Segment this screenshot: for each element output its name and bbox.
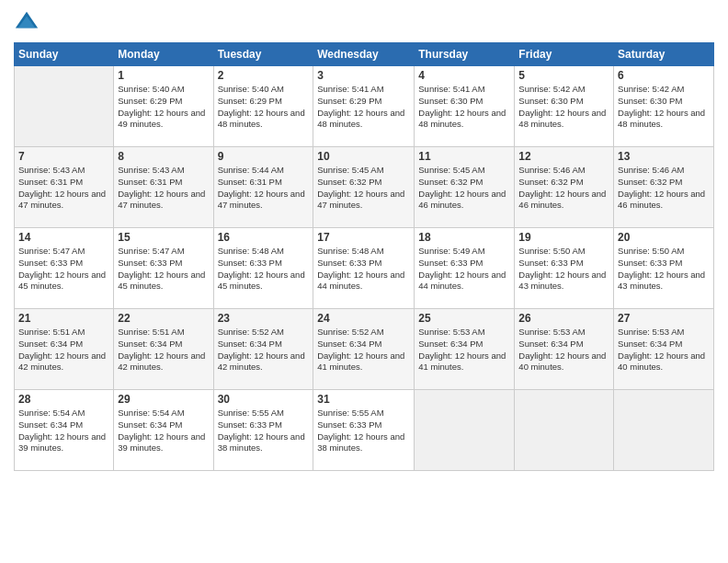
day-cell: 13 Sunrise: 5:46 AM Sunset: 6:32 PM Dayl… [614,147,714,228]
daylight-label: Daylight: 12 hours and 47 minutes. [118,189,205,211]
sunrise-label: Sunrise: 5:53 AM [518,327,585,337]
day-info: Sunrise: 5:52 AM Sunset: 6:34 PM Dayligh… [317,327,410,373]
sunrise-label: Sunrise: 5:55 AM [317,408,383,418]
sunset-label: Sunset: 6:34 PM [18,339,83,349]
day-info: Sunrise: 5:42 AM Sunset: 6:30 PM Dayligh… [518,84,609,131]
day-info: Sunrise: 5:40 AM Sunset: 6:29 PM Dayligh… [218,84,310,131]
day-number: 24 [317,312,410,325]
day-cell: 22 Sunrise: 5:51 AM Sunset: 6:34 PM Dayl… [114,309,213,390]
day-cell: 31 Sunrise: 5:55 AM Sunset: 6:33 PM Dayl… [313,390,415,471]
sunrise-label: Sunrise: 5:41 AM [418,84,484,94]
day-cell: 21 Sunrise: 5:51 AM Sunset: 6:34 PM Dayl… [15,309,114,390]
logo [14,9,43,35]
daylight-label: Daylight: 12 hours and 47 minutes. [317,189,404,211]
sunset-label: Sunset: 6:30 PM [618,96,682,106]
daylight-label: Daylight: 12 hours and 40 minutes. [518,350,606,373]
day-info: Sunrise: 5:45 AM Sunset: 6:32 PM Dayligh… [317,165,410,212]
day-cell: 15 Sunrise: 5:47 AM Sunset: 6:33 PM Dayl… [114,228,213,309]
sunrise-label: Sunrise: 5:45 AM [317,165,383,175]
daylight-label: Daylight: 12 hours and 46 minutes. [418,189,506,211]
sunrise-label: Sunrise: 5:52 AM [218,327,284,337]
day-info: Sunrise: 5:44 AM Sunset: 6:31 PM Dayligh… [218,165,310,212]
day-info: Sunrise: 5:41 AM Sunset: 6:29 PM Dayligh… [317,84,410,131]
day-cell: 30 Sunrise: 5:55 AM Sunset: 6:33 PM Dayl… [213,390,313,471]
day-cell: 8 Sunrise: 5:43 AM Sunset: 6:31 PM Dayli… [114,147,213,228]
day-info: Sunrise: 5:52 AM Sunset: 6:34 PM Dayligh… [218,327,310,373]
logo-icon [14,9,40,35]
day-number: 19 [518,231,609,244]
day-cell: 6 Sunrise: 5:42 AM Sunset: 6:30 PM Dayli… [614,66,714,147]
day-cell: 29 Sunrise: 5:54 AM Sunset: 6:34 PM Dayl… [114,390,213,471]
sunset-label: Sunset: 6:34 PM [618,339,682,349]
sunset-label: Sunset: 6:32 PM [618,177,682,187]
day-info: Sunrise: 5:47 AM Sunset: 6:33 PM Dayligh… [118,246,209,293]
sunset-label: Sunset: 6:34 PM [418,339,483,349]
day-number: 6 [618,69,710,82]
sunrise-label: Sunrise: 5:49 AM [418,246,484,256]
sunset-label: Sunset: 6:31 PM [218,177,282,187]
day-info: Sunrise: 5:53 AM Sunset: 6:34 PM Dayligh… [418,327,510,373]
page: Sunday Monday Tuesday Wednesday Thursday… [0,0,728,563]
day-cell [415,390,515,471]
day-info: Sunrise: 5:50 AM Sunset: 6:33 PM Dayligh… [618,246,710,293]
day-number: 16 [218,231,310,244]
sunset-label: Sunset: 6:33 PM [118,258,182,268]
sunset-label: Sunset: 6:32 PM [418,177,483,187]
day-cell: 20 Sunrise: 5:50 AM Sunset: 6:33 PM Dayl… [614,228,714,309]
week-row-5: 28 Sunrise: 5:54 AM Sunset: 6:34 PM Dayl… [15,390,714,471]
daylight-label: Daylight: 12 hours and 39 minutes. [118,431,205,454]
calendar-table: Sunday Monday Tuesday Wednesday Thursday… [14,42,714,471]
daylight-label: Daylight: 12 hours and 46 minutes. [518,189,606,211]
daylight-label: Daylight: 12 hours and 38 minutes. [218,431,305,454]
sunset-label: Sunset: 6:29 PM [218,96,282,106]
day-number: 21 [18,312,109,325]
col-saturday: Saturday [614,43,714,66]
day-number: 2 [218,69,310,82]
sunset-label: Sunset: 6:33 PM [618,258,682,268]
daylight-label: Daylight: 12 hours and 48 minutes. [317,108,404,130]
col-monday: Monday [114,43,213,66]
day-number: 29 [118,393,209,406]
day-info: Sunrise: 5:50 AM Sunset: 6:33 PM Dayligh… [518,246,609,293]
sunset-label: Sunset: 6:33 PM [518,258,583,268]
sunset-label: Sunset: 6:29 PM [118,96,182,106]
daylight-label: Daylight: 12 hours and 47 minutes. [218,189,305,211]
daylight-label: Daylight: 12 hours and 39 minutes. [18,431,106,454]
day-cell: 18 Sunrise: 5:49 AM Sunset: 6:33 PM Dayl… [415,228,515,309]
day-cell: 25 Sunrise: 5:53 AM Sunset: 6:34 PM Dayl… [415,309,515,390]
daylight-label: Daylight: 12 hours and 48 minutes. [218,108,305,130]
column-headers: Sunday Monday Tuesday Wednesday Thursday… [15,43,714,66]
col-sunday: Sunday [15,43,114,66]
day-number: 30 [218,393,310,406]
sunset-label: Sunset: 6:34 PM [118,419,182,430]
sunrise-label: Sunrise: 5:54 AM [118,408,184,418]
day-info: Sunrise: 5:55 AM Sunset: 6:33 PM Dayligh… [218,408,310,454]
day-number: 4 [418,69,510,82]
week-row-4: 21 Sunrise: 5:51 AM Sunset: 6:34 PM Dayl… [15,309,714,390]
sunset-label: Sunset: 6:30 PM [518,96,583,106]
sunset-label: Sunset: 6:33 PM [218,258,282,268]
day-info: Sunrise: 5:55 AM Sunset: 6:33 PM Dayligh… [317,408,410,454]
daylight-label: Daylight: 12 hours and 43 minutes. [518,270,606,292]
daylight-label: Daylight: 12 hours and 42 minutes. [218,350,305,373]
daylight-label: Daylight: 12 hours and 38 minutes. [317,431,404,454]
day-number: 27 [618,312,710,325]
day-info: Sunrise: 5:43 AM Sunset: 6:31 PM Dayligh… [18,165,109,212]
day-number: 26 [518,312,609,325]
sunrise-label: Sunrise: 5:51 AM [18,327,85,337]
day-cell: 24 Sunrise: 5:52 AM Sunset: 6:34 PM Dayl… [313,309,415,390]
sunrise-label: Sunrise: 5:53 AM [418,327,484,337]
daylight-label: Daylight: 12 hours and 49 minutes. [118,108,205,130]
day-cell: 5 Sunrise: 5:42 AM Sunset: 6:30 PM Dayli… [515,66,614,147]
day-cell: 3 Sunrise: 5:41 AM Sunset: 6:29 PM Dayli… [313,66,415,147]
sunrise-label: Sunrise: 5:42 AM [618,84,684,94]
sunrise-label: Sunrise: 5:40 AM [218,84,284,94]
daylight-label: Daylight: 12 hours and 43 minutes. [618,270,705,292]
daylight-label: Daylight: 12 hours and 48 minutes. [618,108,705,130]
day-cell: 9 Sunrise: 5:44 AM Sunset: 6:31 PM Dayli… [213,147,313,228]
sunset-label: Sunset: 6:32 PM [317,177,381,187]
col-wednesday: Wednesday [313,43,415,66]
day-number: 8 [118,150,209,163]
day-cell [614,390,714,471]
header [14,9,714,35]
